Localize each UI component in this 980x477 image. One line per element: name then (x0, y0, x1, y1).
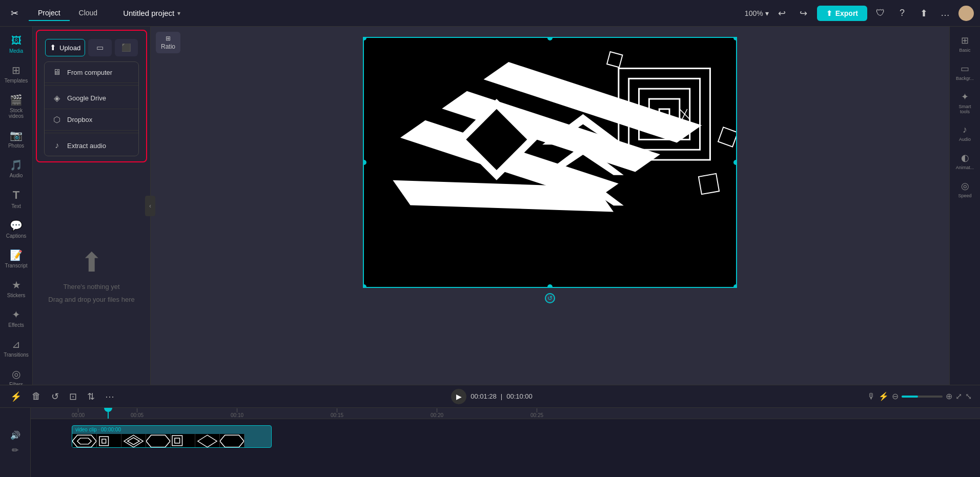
playhead-head (104, 408, 112, 412)
mic-button[interactable]: 🎙 (867, 392, 875, 401)
upload-icon: ⬆ (50, 43, 56, 52)
handle-top-right[interactable] (733, 37, 737, 40)
tick-0015: 00:15 (331, 408, 343, 418)
playhead[interactable] (108, 408, 109, 419)
tick-0005: 00:05 (131, 408, 144, 418)
svg-marker-20 (72, 435, 96, 447)
handle-bottom-middle[interactable] (547, 284, 553, 288)
upload-tab-tablet[interactable]: ▭ (88, 39, 111, 56)
tick-0000: 00:00 (72, 408, 85, 418)
zoom-control[interactable]: 100% ▾ (745, 9, 769, 17)
ratio-button[interactable]: ⊞ Ratio (156, 32, 180, 53)
divider-2 (45, 133, 138, 133)
empty-state: ⬆ There's nothing yet Drag and drop your… (33, 165, 150, 385)
project-title[interactable]: Untitled project ▾ (123, 9, 180, 17)
monitor-icon: 🖥 (52, 68, 62, 77)
right-panel-animate[interactable]: ◐ Animat... (951, 148, 979, 174)
collapse-handle[interactable]: ‹ (145, 196, 155, 216)
rotate-handle[interactable]: ↺ (545, 293, 555, 303)
topbar: ✂ Project Cloud Untitled project ▾ 100% … (0, 0, 980, 27)
right-panel-speed[interactable]: ◎ Speed (951, 176, 979, 202)
tab-cloud[interactable]: Cloud (70, 6, 107, 21)
google-drive-label: Google Drive (67, 94, 106, 102)
time-separator: | (501, 392, 502, 400)
effects-icon: ✦ (12, 308, 21, 321)
sidebar-item-transcript[interactable]: 📝 Transcript (2, 245, 31, 273)
loop-tool-button[interactable]: ↺ (49, 389, 61, 404)
filters-icon: ◎ (12, 368, 21, 380)
more-tools-button[interactable]: ⋯ (103, 389, 116, 404)
clip-thumb-7 (220, 434, 244, 448)
split-vertical-button[interactable]: ⚡ (879, 391, 889, 401)
undo-button[interactable]: ↩ (774, 5, 790, 22)
sidebar-item-templates[interactable]: ⊞ Templates (2, 60, 31, 88)
handle-bottom-right[interactable] (733, 284, 737, 288)
sidebar-item-transitions[interactable]: ⊿ Transitions (2, 334, 31, 362)
right-panel-basic[interactable]: ⊞ Basic (951, 31, 979, 57)
more-button[interactable]: … (937, 5, 953, 22)
tick-0025: 00:25 (530, 408, 543, 418)
zoom-out-button[interactable]: ⊖ (892, 391, 899, 401)
upload-tab-screen[interactable]: ⬛ (115, 39, 138, 56)
sidebar-item-text[interactable]: T Text (2, 184, 31, 213)
google-drive-item[interactable]: ◈ Google Drive (45, 88, 138, 109)
track-clip[interactable]: video clip · 00:00:00 (72, 425, 272, 448)
sidebar-item-effects[interactable]: ✦ Effects (2, 304, 31, 332)
handle-middle-right[interactable] (733, 160, 737, 165)
sidebar-label-effects: Effects (8, 322, 24, 328)
sidebar-item-filters[interactable]: ◎ Filters (2, 364, 31, 385)
app-logo: ✂ (6, 5, 23, 22)
sidebar-item-media[interactable]: 🖼 Media (2, 31, 31, 58)
svg-rect-28 (175, 438, 180, 443)
right-panel: ⊞ Basic ▭ Backgr... ✦ Smarttools ♪ Audio… (949, 27, 980, 385)
split-tool-button[interactable]: ⚡ (8, 389, 24, 404)
sidebar-item-audio[interactable]: 🎵 Audio (2, 155, 31, 182)
share-button[interactable]: ⬆ (915, 5, 932, 22)
sidebar-item-photos[interactable]: 📷 Photos (2, 125, 31, 153)
export-button[interactable]: ⬆ Export (817, 6, 867, 21)
tab-project[interactable]: Project (29, 6, 70, 21)
timeline-toolbar: ⚡ 🗑 ↺ ⊡ ⇅ ⋯ ▶ 00:01:28 | 00:10:00 🎙 ⚡ ⊖ … (0, 385, 980, 408)
handle-bottom-left[interactable] (363, 284, 366, 288)
sidebar-label-captions: Captions (6, 233, 26, 239)
zoom-fill (902, 396, 918, 398)
avatar[interactable] (958, 6, 974, 21)
edit-button[interactable]: ✏ (12, 445, 18, 455)
zoom-in-button[interactable]: ⊕ (946, 391, 952, 401)
tick-0010: 00:10 (231, 408, 243, 418)
upload-tab-upload[interactable]: ⬆ Upload (45, 39, 85, 56)
help-button[interactable]: ? (894, 5, 910, 22)
tablet-icon: ▭ (96, 43, 104, 52)
right-panel-smart-tools[interactable]: ✦ Smarttools (951, 87, 979, 118)
right-panel-background[interactable]: ▭ Backgr... (951, 59, 979, 85)
topbar-tabs: Project Cloud (29, 6, 107, 21)
extract-audio-item[interactable]: ♪ Extract audio (45, 135, 138, 156)
delete-tool-button[interactable]: 🗑 (30, 389, 43, 404)
current-time-text: 00:01:28 (471, 392, 497, 400)
expand-button[interactable]: ⤡ (965, 391, 972, 401)
play-button[interactable]: ▶ (451, 389, 466, 404)
crop-tool-button[interactable]: ⊡ (67, 389, 79, 404)
sidebar-item-stickers[interactable]: ★ Stickers (2, 275, 31, 302)
timeline-left-controls: 🔊 ✏ (0, 408, 31, 477)
upload-tab-label: Upload (59, 44, 80, 52)
right-panel-audio[interactable]: ♪ Audio (951, 120, 979, 146)
right-panel-basic-label: Basic (959, 48, 970, 53)
sidebar-item-captions[interactable]: 💬 Captions (2, 215, 31, 243)
flip-tool-button[interactable]: ⇅ (85, 389, 97, 404)
clip-label-text: video clip · 00:00:00 (75, 427, 121, 432)
timeline-area: ⚡ 🗑 ↺ ⊡ ⇅ ⋯ ▶ 00:01:28 | 00:10:00 🎙 ⚡ ⊖ … (0, 385, 980, 477)
tick-label-4: 00:20 (431, 412, 443, 418)
sidebar-item-stock-videos[interactable]: 🎬 Stockvideos (2, 90, 31, 123)
mute-button[interactable]: 🔊 (10, 430, 21, 440)
timeline-zoom-controls: 🎙 ⚡ ⊖ ⊕ ⤢ ⤡ (867, 391, 972, 401)
dropbox-item[interactable]: ⬡ Dropbox (45, 109, 138, 131)
fullscreen-button[interactable]: ⤢ (955, 391, 962, 401)
shield-button[interactable]: 🛡 (872, 5, 889, 22)
transitions-icon: ⊿ (12, 338, 21, 350)
from-computer-item[interactable]: 🖥 From computer (45, 62, 138, 83)
redo-button[interactable]: ↪ (795, 5, 812, 22)
right-panel-audio-label: Audio (959, 137, 971, 142)
svg-marker-29 (198, 435, 217, 447)
stock-videos-icon: 🎬 (10, 94, 23, 106)
